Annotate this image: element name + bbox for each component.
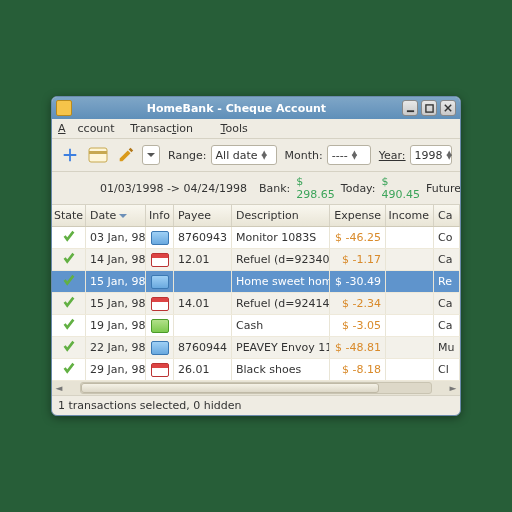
col-category[interactable]: Ca <box>434 205 460 226</box>
col-income[interactable]: Income <box>386 205 434 226</box>
check-icon <box>62 317 76 334</box>
toolbar: Range: All date ▲▼ Month: ---- ▲▼ Year: … <box>52 139 460 172</box>
transaction-table: State Date Info Payee Description Expens… <box>52 205 460 381</box>
filter-dropdown[interactable] <box>142 145 160 165</box>
cell-category: Mu <box>434 337 460 358</box>
app-icon <box>56 100 72 116</box>
cell-description: Refuel (d=92340 v=7.7) <box>232 249 330 270</box>
year-select[interactable]: 1998 ▲▼ <box>410 145 452 165</box>
menu-tools[interactable]: Tools <box>221 122 248 135</box>
check-icon <box>62 339 76 356</box>
scroll-thumb[interactable] <box>81 383 379 393</box>
today-value: $ 490.45 <box>382 175 420 201</box>
cell-payee: 12.01 <box>174 249 232 270</box>
scroll-track[interactable] <box>80 382 432 394</box>
bank-value: $ 298.65 <box>296 175 334 201</box>
year-label: Year: <box>379 149 406 162</box>
cell-expense: $ -48.81 <box>330 337 386 358</box>
menu-transaction[interactable]: Transaction <box>130 122 205 135</box>
date-range: 01/03/1998 -> 04/24/1998 <box>100 182 247 195</box>
cell-date: 15 Jan, 98 <box>86 293 146 314</box>
cell-income <box>386 227 434 248</box>
col-info[interactable]: Info <box>146 205 174 226</box>
cell-payee: 8760944 <box>174 337 232 358</box>
month-select[interactable]: ---- ▲▼ <box>327 145 371 165</box>
table-row[interactable]: 15 Jan, 98Home sweet home$ -30.49Re <box>52 271 460 293</box>
cell-expense: $ -3.05 <box>330 315 386 336</box>
payment-icon <box>146 359 174 380</box>
minimize-button[interactable] <box>402 100 418 116</box>
today-label: Today: <box>341 182 376 195</box>
cell-description: PEAVEY Envoy 110 <box>232 337 330 358</box>
cell-payee: 26.01 <box>174 359 232 380</box>
spinner-icon: ▲▼ <box>262 151 267 159</box>
cell-category: Co <box>434 227 460 248</box>
app-window: HomeBank - Cheque Account Account Transa… <box>51 96 461 416</box>
range-select[interactable]: All date ▲▼ <box>211 145 277 165</box>
col-state[interactable]: State <box>52 205 86 226</box>
scroll-right-icon[interactable]: ► <box>446 383 460 393</box>
spinner-icon: ▲▼ <box>352 151 357 159</box>
cell-expense: $ -1.17 <box>330 249 386 270</box>
cell-description: Refuel (d=92414 v=16.47) <box>232 293 330 314</box>
table-row[interactable]: 15 Jan, 9814.01Refuel (d=92414 v=16.47)$… <box>52 293 460 315</box>
payment-icon <box>146 227 174 248</box>
maximize-button[interactable] <box>421 100 437 116</box>
status-bar: 1 transactions selected, 0 hidden <box>52 395 460 415</box>
cell-category: Ca <box>434 293 460 314</box>
cell-income <box>386 337 434 358</box>
payment-icon <box>146 271 174 292</box>
cell-date: 15 Jan, 98 <box>86 271 146 292</box>
svg-rect-0 <box>406 110 413 112</box>
col-date[interactable]: Date <box>86 205 146 226</box>
table-header[interactable]: State Date Info Payee Description Expens… <box>52 205 460 227</box>
cell-category: Cl <box>434 359 460 380</box>
col-expense[interactable]: Expense <box>330 205 386 226</box>
table-row[interactable]: 14 Jan, 9812.01Refuel (d=92340 v=7.7)$ -… <box>52 249 460 271</box>
menubar: Account Transaction Tools <box>52 119 460 139</box>
cell-description: Monitor 1083S <box>232 227 330 248</box>
horizontal-scrollbar[interactable]: ◄ ► <box>52 381 460 395</box>
cell-income <box>386 359 434 380</box>
cell-payee: 8760943 <box>174 227 232 248</box>
payment-icon <box>146 337 174 358</box>
titlebar[interactable]: HomeBank - Cheque Account <box>52 97 460 119</box>
scroll-left-icon[interactable]: ◄ <box>52 383 66 393</box>
table-row[interactable]: 19 Jan, 98Cash$ -3.05Ca <box>52 315 460 337</box>
month-label: Month: <box>285 149 323 162</box>
svg-rect-3 <box>89 151 107 154</box>
edit-button[interactable] <box>114 143 138 167</box>
check-icon <box>62 251 76 268</box>
check-icon <box>62 361 76 378</box>
inherit-button[interactable] <box>86 143 110 167</box>
cell-income <box>386 249 434 270</box>
check-icon <box>62 273 76 290</box>
add-button[interactable] <box>58 143 82 167</box>
cell-date: 19 Jan, 98 <box>86 315 146 336</box>
cell-payee <box>174 271 232 292</box>
spinner-icon: ▲▼ <box>447 151 452 159</box>
cell-category: Ca <box>434 249 460 270</box>
cell-category: Re <box>434 271 460 292</box>
table-row[interactable]: 29 Jan, 9826.01Black shoes$ -8.18Cl <box>52 359 460 381</box>
cell-date: 03 Jan, 98 <box>86 227 146 248</box>
cell-expense: $ -46.25 <box>330 227 386 248</box>
cell-expense: $ -30.49 <box>330 271 386 292</box>
svg-rect-1 <box>425 104 432 111</box>
table-row[interactable]: 03 Jan, 988760943Monitor 1083S$ -46.25Co <box>52 227 460 249</box>
check-icon <box>62 295 76 312</box>
cell-description: Cash <box>232 315 330 336</box>
col-payee[interactable]: Payee <box>174 205 232 226</box>
cell-expense: $ -8.18 <box>330 359 386 380</box>
cell-date: 29 Jan, 98 <box>86 359 146 380</box>
table-row[interactable]: 22 Jan, 988760944PEAVEY Envoy 110$ -48.8… <box>52 337 460 359</box>
menu-account[interactable]: Account <box>58 122 115 135</box>
col-description[interactable]: Description <box>232 205 330 226</box>
summary-bar: 01/03/1998 -> 04/24/1998 Bank: $ 298.65 … <box>52 172 460 205</box>
cell-income <box>386 271 434 292</box>
cell-income <box>386 315 434 336</box>
close-button[interactable] <box>440 100 456 116</box>
bank-label: Bank: <box>259 182 290 195</box>
cell-payee <box>174 315 232 336</box>
window-title: HomeBank - Cheque Account <box>74 102 399 115</box>
